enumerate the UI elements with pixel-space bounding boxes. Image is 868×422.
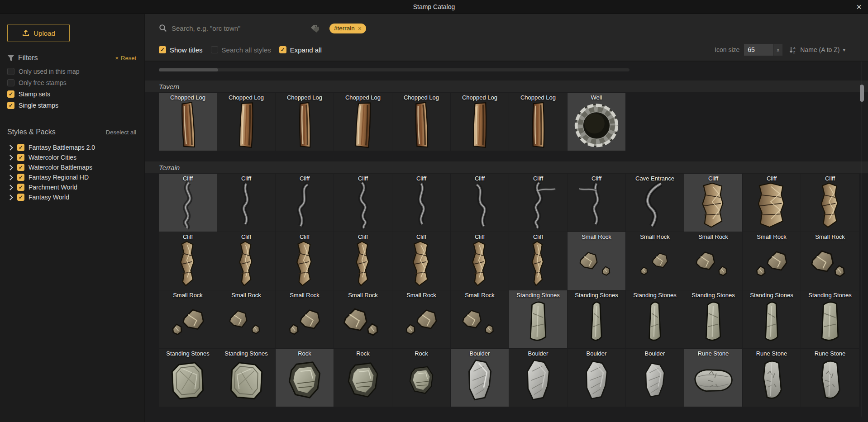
stamp-tile[interactable]: Chopped Log: [217, 93, 275, 151]
stamp-tile[interactable]: Cliff: [684, 174, 742, 232]
stamp-tile[interactable]: Standing Stones: [159, 349, 217, 407]
stamp-tile[interactable]: Cliff: [392, 174, 450, 232]
stamp-tile[interactable]: Cave Entrance: [626, 174, 684, 232]
chevron-right-icon[interactable]: [7, 175, 13, 180]
checkbox-unchecked[interactable]: [7, 79, 14, 86]
reset-filters-button[interactable]: × Reset: [115, 55, 136, 62]
stamp-tile[interactable]: Small Rock: [684, 232, 742, 290]
stamp-tile[interactable]: Cliff: [509, 174, 567, 232]
vertical-scrollbar-track[interactable]: [862, 59, 862, 417]
checkbox-checked[interactable]: ✓: [17, 194, 24, 201]
stamp-tile[interactable]: Cliff: [568, 174, 625, 232]
stamp-tile[interactable]: Cliff: [334, 174, 392, 232]
stamp-tile[interactable]: Cliff: [801, 174, 859, 232]
horizontal-scrollbar-thumb[interactable]: [159, 68, 218, 71]
option-expand-all[interactable]: ✓Expand all: [279, 46, 322, 54]
stamp-tile[interactable]: Boulder: [568, 349, 625, 407]
horizontal-scrollbar[interactable]: [159, 68, 630, 71]
stamp-tile[interactable]: Cliff: [276, 174, 334, 232]
stamp-tile[interactable]: Small Rock: [392, 290, 450, 348]
stamp-tile[interactable]: Small Rock: [568, 232, 625, 290]
stamp-tile[interactable]: Cliff: [276, 232, 334, 290]
close-icon[interactable]: ×: [856, 2, 862, 11]
stamp-tile[interactable]: Small Rock: [626, 232, 684, 290]
option-search-all-styles[interactable]: Search all styles: [211, 46, 271, 54]
stamp-tile[interactable]: Chopped Log: [159, 93, 217, 151]
stamp-tile[interactable]: Standing Stones: [684, 290, 742, 348]
stamp-tile[interactable]: Chopped Log: [276, 93, 334, 151]
chevron-right-icon[interactable]: [7, 194, 13, 200]
filter-option[interactable]: ✓Single stamps: [7, 100, 140, 111]
stamp-tile[interactable]: Standing Stones: [568, 290, 625, 348]
stamp-tile[interactable]: Small Rock: [334, 290, 392, 348]
stamp-tile[interactable]: Rune Stone: [684, 349, 742, 407]
filter-option[interactable]: ✓Stamp sets: [7, 88, 140, 100]
chevron-right-icon[interactable]: [7, 155, 13, 161]
stamp-tile[interactable]: Small Rock: [743, 232, 801, 290]
stamp-tile[interactable]: Cliff: [217, 232, 275, 290]
stamp-tile[interactable]: Cliff: [334, 232, 392, 290]
pack-item[interactable]: ✓Watercolor Battlemaps: [8, 162, 140, 172]
stamp-tile[interactable]: Boulder: [451, 349, 509, 407]
checkbox-unchecked[interactable]: [7, 68, 14, 75]
upload-button[interactable]: Upload: [7, 24, 70, 42]
stamp-tile[interactable]: Cliff: [217, 174, 275, 232]
stamp-tile[interactable]: Cliff: [743, 174, 801, 232]
tag-chip-terrain[interactable]: #terrain ×: [329, 24, 366, 33]
stamp-tile[interactable]: Chopped Log: [392, 93, 450, 151]
stamp-tile[interactable]: Standing Stones: [801, 290, 859, 348]
stamp-tile[interactable]: Cliff: [451, 174, 509, 232]
stamp-tile[interactable]: Small Rock: [801, 232, 859, 290]
stamp-tile[interactable]: Chopped Log: [451, 93, 509, 151]
checkbox-unchecked[interactable]: [211, 46, 218, 53]
stamp-tile[interactable]: Chopped Log: [509, 93, 567, 151]
chevron-right-icon[interactable]: [7, 185, 13, 190]
filter-option[interactable]: Only free stamps: [7, 77, 140, 88]
stamp-tile[interactable]: Standing Stones: [509, 290, 567, 348]
stamp-tile[interactable]: Boulder: [509, 349, 567, 407]
stamp-tile[interactable]: Rock: [392, 349, 450, 407]
search-input[interactable]: [171, 24, 304, 33]
checkbox-checked[interactable]: ✓: [17, 174, 24, 181]
chevron-right-icon[interactable]: [7, 165, 13, 171]
filter-option[interactable]: Only used in this map: [7, 66, 140, 77]
stamp-tile[interactable]: Rock: [334, 349, 392, 407]
vertical-scrollbar-thumb[interactable]: [860, 85, 864, 102]
stamp-tile[interactable]: Small Rock: [451, 290, 509, 348]
stamp-tile[interactable]: Small Rock: [276, 290, 334, 348]
pack-item[interactable]: ✓Fantasy World: [8, 192, 140, 202]
checkbox-checked[interactable]: ✓: [279, 46, 286, 53]
stamp-tile[interactable]: Small Rock: [159, 290, 217, 348]
stamp-tile[interactable]: Small Rock: [217, 290, 275, 348]
stamp-tile[interactable]: Standing Stones: [217, 349, 275, 407]
checkbox-checked[interactable]: ✓: [7, 102, 14, 109]
stamp-tile[interactable]: Rune Stone: [801, 349, 859, 407]
stamp-tile[interactable]: Boulder: [626, 349, 684, 407]
stamp-tile[interactable]: Standing Stones: [743, 290, 801, 348]
icon-size-input[interactable]: [744, 44, 773, 56]
stamp-tile[interactable]: Cliff: [451, 232, 509, 290]
stamp-tile[interactable]: Chopped Log: [334, 93, 392, 151]
pack-item[interactable]: ✓Parchment World: [8, 182, 140, 192]
option-show-titles[interactable]: ✓Show titles: [159, 46, 203, 54]
sort-dropdown[interactable]: A Z Name (A to Z) ▾: [789, 46, 845, 54]
stamp-tile[interactable]: Cliff: [392, 232, 450, 290]
checkbox-checked[interactable]: ✓: [7, 90, 14, 98]
stamp-tile[interactable]: Cliff: [509, 232, 567, 290]
pack-item[interactable]: ✓Fantasy Battlemaps 2.0: [8, 142, 140, 152]
checkbox-checked[interactable]: ✓: [17, 144, 24, 151]
stamp-tile[interactable]: Cliff: [159, 174, 217, 232]
chevron-right-icon[interactable]: [7, 145, 13, 151]
checkbox-checked[interactable]: ✓: [17, 154, 24, 161]
tag-remove-icon[interactable]: ×: [358, 25, 362, 32]
stamp-tile[interactable]: Standing Stones: [626, 290, 684, 348]
deselect-all-button[interactable]: Deselect all: [106, 129, 136, 136]
stamp-tile[interactable]: Cliff: [159, 232, 217, 290]
checkbox-checked[interactable]: ✓: [17, 164, 24, 171]
pack-item[interactable]: ✓Watercolor Cities: [8, 152, 140, 162]
stamp-tile[interactable]: Well: [568, 93, 625, 151]
stamp-tile[interactable]: Rune Stone: [743, 349, 801, 407]
icon-size-clear-icon[interactable]: x: [773, 44, 782, 56]
checkbox-checked[interactable]: ✓: [159, 46, 166, 53]
stamp-tile[interactable]: Rock: [276, 349, 334, 407]
